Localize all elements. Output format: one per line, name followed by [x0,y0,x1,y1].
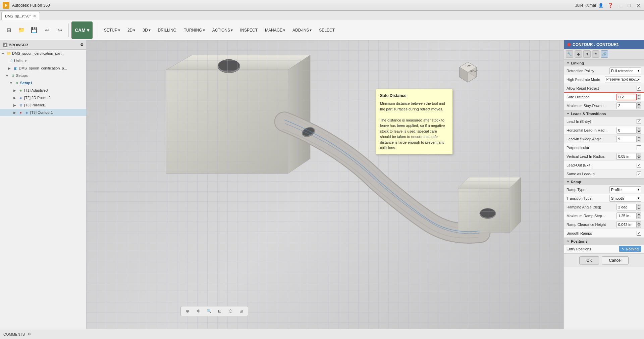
open-btn[interactable]: 📁 [15,24,28,36]
vert-lead-in-row: Vertical Lead-In Radius ▲ ▼ [564,152,644,161]
ramp-clearance-input[interactable] [616,221,637,228]
ramping-angle-down-btn[interactable]: ▼ [637,207,641,210]
vert-lead-in-input[interactable] [616,153,637,160]
tree-arrow-parallel1: ▶ [13,103,17,107]
horiz-lead-in-up-btn[interactable]: ▲ [637,127,641,130]
inspect-menu-btn[interactable]: INSPECT [237,26,261,34]
tree-item-pocket2[interactable]: ▶ ◈ [T2] 2D Pocket2 [0,94,86,101]
lead-in-checkbox[interactable] [637,119,641,124]
cam-workspace-button[interactable]: CAM ▾ [71,21,93,39]
tree-item-body[interactable]: ▶ ◧ DMS_spoon_certification_p... [0,64,86,72]
manage-menu-btn[interactable]: MANAGE ▾ [262,26,288,34]
ok-button[interactable]: OK [579,256,599,264]
close-button[interactable]: ✕ [636,3,641,8]
smooth-ramps-checkbox[interactable] [637,231,641,236]
transition-type-dropdown[interactable]: Smooth ▾ [609,195,641,202]
tab-main[interactable]: DMS_sp...rt v6" ✕ [1,12,40,20]
tree-item-adaptive3[interactable]: ▶ ◈ [T1] Adaptive3 [0,87,86,94]
ramp-clearance-down-btn[interactable]: ▼ [637,225,641,228]
perpendicular-checkbox[interactable] [637,145,641,150]
nav-cube[interactable]: TOP FRONT [456,60,480,84]
cancel-button[interactable]: Cancel [602,256,628,264]
viewport[interactable]: TOP FRONT ⊕ ✥ 🔍 ⊡ ⬡ ⊞ [87,40,564,329]
pan-btn[interactable]: ✥ [194,307,203,315]
redo-btn[interactable]: ↪ [54,24,66,36]
panel-tabs: 🔧 ◆ ⬆ ≡ 🔗 [564,49,644,59]
grid-vis-btn[interactable]: ⊞ [236,307,246,315]
orbit-btn[interactable]: ⊕ [183,307,192,315]
tree-arrow-root: ▼ [1,52,5,55]
high-feedrate-dropdown[interactable]: Preserve rapid mov... ▾ [605,76,641,83]
horiz-lead-in-input[interactable] [616,127,637,134]
safe-distance-up-btn[interactable]: ▲ [637,94,641,97]
transition-type-row: Transition Type Smooth ▾ [564,194,644,203]
tab-linking-icon[interactable]: 🔗 [601,50,608,58]
safe-distance-input[interactable] [616,94,637,100]
horiz-lead-in-down-btn[interactable]: ▼ [637,130,641,134]
ramp-type-dropdown[interactable]: Profile ▾ [609,186,641,193]
lead-in-sweep-up-btn[interactable]: ▲ [637,136,641,139]
minimize-button[interactable]: — [617,3,623,8]
tab-geometry-icon[interactable]: ◆ [575,50,582,58]
vert-lead-in-down-btn[interactable]: ▼ [637,156,641,160]
tree-item-setups[interactable]: ▼ ⚙ Setups [0,72,86,79]
setup-menu-btn[interactable]: SETUP ▾ [101,26,123,34]
help-icon[interactable]: ❓ [607,3,613,8]
browser-options-icon[interactable]: ⚙ [80,43,84,47]
drilling-label: DRILLING [158,28,176,33]
select-menu-btn[interactable]: SELECT [316,26,338,34]
tab-heights-icon[interactable]: ⬆ [583,50,591,58]
comments-expand-icon[interactable]: ⚙ [28,332,31,336]
allow-rapid-checkbox[interactable] [637,86,641,91]
tab-passes-icon[interactable]: ≡ [592,50,599,58]
actions-menu-btn[interactable]: ACTIONS ▾ [209,26,236,34]
lead-in-sweep-input[interactable] [616,136,637,142]
browser-collapse-btn[interactable]: ◀ [3,43,7,47]
tree-item-setup1[interactable]: ▼ ⚙ Setup1 [0,79,86,87]
maximize-button[interactable]: □ [627,3,632,8]
turning-menu-btn[interactable]: TURNING ▾ [181,26,208,34]
display-btn[interactable]: ⬡ [226,307,235,315]
manage-label: MANAGE [265,28,282,33]
same-as-lead-in-checkbox[interactable] [637,172,641,176]
fit-btn[interactable]: ⊡ [215,307,224,315]
tooltip-title: Safe Distance [380,93,448,99]
entry-positions-button[interactable]: ↖ Nothing [619,246,641,252]
tree-item-root[interactable]: ▼ 📁 DMS_spoon_certification_part : [0,50,86,57]
retraction-policy-dropdown[interactable]: Full retraction ▾ [609,67,641,74]
setup-arrow-icon: ▾ [118,28,120,33]
vert-lead-in-up-btn[interactable]: ▲ [637,153,641,156]
ramping-angle-input[interactable] [616,204,637,210]
max-ramp-step-input[interactable] [616,212,637,219]
drilling-menu-btn[interactable]: DRILLING [155,26,179,34]
leads-section-header[interactable]: ▼ Leads & Transitions [564,110,644,117]
tree-item-parallel1[interactable]: ▶ ⊞ [T3] Parallel1 [0,101,86,109]
max-ramp-step-down-btn[interactable]: ▼ [637,216,641,219]
zoom-btn[interactable]: 🔍 [204,307,214,315]
tree-label-units: Units: in [14,59,28,63]
3d-menu-btn[interactable]: 3D ▾ [140,26,153,34]
panel-status-dot [567,43,571,46]
undo-btn[interactable]: ↩ [41,24,53,36]
save-btn[interactable]: 💾 [28,24,40,36]
max-staydown-input[interactable] [616,102,637,109]
2d-menu-btn[interactable]: 2D ▾ [124,26,138,34]
lead-out-checkbox[interactable] [637,163,641,167]
max-staydown-up-btn[interactable]: ▲ [637,102,641,106]
positions-section-header[interactable]: ▼ Positions [564,238,644,245]
max-staydown-down-btn[interactable]: ▼ [637,106,641,109]
ramping-angle-up-btn[interactable]: ▲ [637,204,641,207]
vert-lead-in-label: Vertical Lead-In Radius [567,154,616,158]
tree-item-contour1[interactable]: ▶ ● ◈ [T3] Contour1 [0,109,86,116]
tab-tool-icon[interactable]: 🔧 [566,50,573,58]
max-ramp-step-up-btn[interactable]: ▲ [637,212,641,216]
linking-section-header[interactable]: ▼ Linking [564,59,644,66]
safe-distance-down-btn[interactable]: ▼ [637,97,641,100]
tab-close-icon[interactable]: ✕ [33,14,36,18]
ramp-clearance-up-btn[interactable]: ▲ [637,221,641,225]
tree-item-units[interactable]: 📄 Units: in [0,57,86,64]
addins-menu-btn[interactable]: ADD-INS ▾ [289,26,315,34]
ramp-section-header[interactable]: ▼ Ramp [564,178,644,185]
lead-in-sweep-down-btn[interactable]: ▼ [637,139,641,142]
grid-btn[interactable]: ⊞ [3,24,15,36]
